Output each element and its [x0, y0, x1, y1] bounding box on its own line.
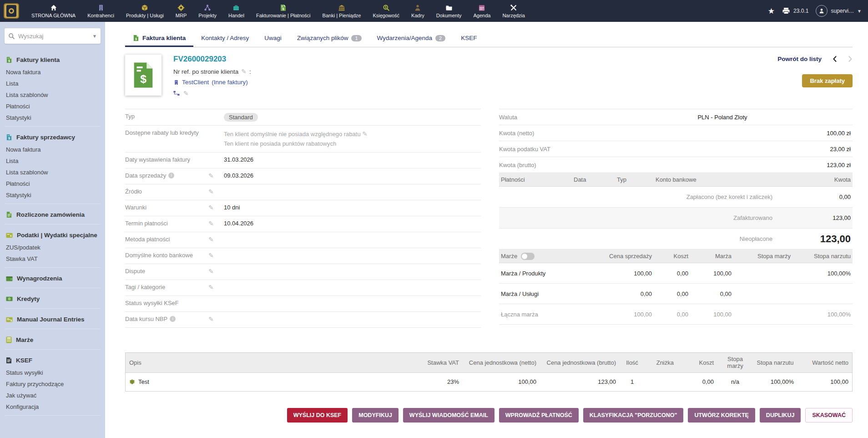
edit-pencil-icon[interactable] [208, 220, 214, 227]
sidebar-section-title[interactable]: $ Podatki | Wydatki specjalne [0, 229, 105, 242]
enter-payment-button[interactable]: WPROWADŹ PŁATNOŚĆ [499, 408, 579, 423]
project-link-icon[interactable] [173, 91, 180, 96]
previous-record-icon[interactable] [833, 56, 837, 62]
sidebar-item-status-wysylki[interactable]: Status wysyłki [0, 367, 105, 378]
nav-item-agenda[interactable]: Agenda [467, 0, 496, 22]
tools-icon [510, 4, 517, 11]
invoice-thumbnail[interactable]: $ [125, 55, 161, 96]
invoice-fields: Typ Standard Dostępne rabaty lub kredyty… [125, 109, 481, 328]
bookmark-star-icon[interactable]: ★ [768, 6, 775, 16]
edit-pencil-icon[interactable] [208, 316, 214, 323]
colon: : [249, 68, 251, 75]
sidebar: ▼ $ Faktury klienta Nowa faktura Lista L… [0, 22, 105, 438]
nav-item-handel[interactable]: Handel [222, 0, 250, 22]
nav-item-projekty[interactable]: Projekty [192, 0, 222, 22]
sidebar-item-jak-uzywac[interactable]: Jak używać [0, 390, 105, 401]
svg-text:$: $ [283, 7, 284, 11]
sidebar-item-platnosci[interactable]: Płatności [0, 101, 105, 112]
duplicate-button[interactable]: DUPLIKUJ [760, 408, 801, 423]
divider [5, 329, 101, 329]
sidebar-item-statystyki[interactable]: Statystyki [0, 189, 105, 201]
sidebar-item-statystyki[interactable]: Statystyki [0, 112, 105, 123]
nav-item-banki[interactable]: Banki | Pieniądze [317, 0, 367, 22]
margins-toggle[interactable] [521, 253, 535, 260]
nav-item-kadry[interactable]: Kadry [405, 0, 430, 22]
sidebar-search[interactable]: ▼ [5, 28, 101, 44]
sidebar-item-faktury-przychodzace[interactable]: Faktury przychodzące [0, 378, 105, 390]
edit-pencil-icon[interactable] [183, 90, 189, 97]
sidebar-section-title[interactable]: $ Faktury sprzedawcy [0, 131, 105, 144]
print-icon[interactable] [782, 7, 790, 15]
modify-button[interactable]: MODYFIKUJ [352, 408, 399, 423]
nav-label: Kadry [411, 13, 424, 18]
sidebar-section-title[interactable]: Rozliczone zamówienia [0, 209, 105, 221]
tab-uwagi[interactable]: Uwagi [257, 30, 289, 47]
divider [5, 204, 101, 204]
send-to-ksef-button[interactable]: WYŚLIJ DO KSEF [287, 408, 348, 423]
sidebar-section-title[interactable]: 0 Kredyty [0, 293, 105, 306]
edit-pencil-icon[interactable] [208, 252, 214, 259]
edit-pencil-icon[interactable] [208, 268, 214, 275]
sidebar-section-title[interactable]: $ Manual Journal Entries [0, 313, 105, 326]
delete-button[interactable]: SKASOWAĆ [805, 408, 853, 423]
nav-item-dokumenty[interactable]: Dokumenty [430, 0, 468, 22]
nav-item-produkty-uslugi[interactable]: Produkty | Usługi [120, 0, 170, 22]
nav-item-mrp[interactable]: MRP [170, 0, 192, 22]
sidebar-item-platnosci[interactable]: Płatności [0, 178, 105, 189]
sidebar-section-faktury-sprzedawcy: $ Faktury sprzedawcy Nowa faktura Lista … [0, 128, 105, 206]
tab-kontakty-adresy[interactable]: Kontakty / Adresy [193, 30, 257, 47]
field-row-typ: Typ Standard [125, 109, 481, 126]
app-logo[interactable] [4, 3, 19, 19]
edit-pencil-icon[interactable] [208, 204, 214, 211]
nav-item-strona-glowna[interactable]: STRONA GŁÓWNA [25, 0, 81, 22]
sidebar-section-title[interactable]: Marże [0, 334, 105, 346]
tab-ksef[interactable]: KSEF [453, 30, 484, 47]
order-list-icon [6, 211, 12, 218]
edit-pencil-icon[interactable] [208, 236, 214, 243]
sidebar-item-konfiguracja[interactable]: Konfiguracja [0, 401, 105, 413]
nav-label: STRONA GŁÓWNA [31, 13, 76, 18]
nav-item-narzedzia[interactable]: Narzędzia [496, 0, 531, 22]
divider [5, 308, 101, 309]
search-input[interactable] [18, 33, 92, 40]
user-menu[interactable]: supervi… ▼ [816, 5, 862, 17]
edit-pencil-icon[interactable] [362, 131, 368, 138]
sidebar-item-zus-podatek[interactable]: ZUS/podatek [0, 242, 105, 253]
lines-table-header: Opis Stawka VAT Cena jednostkowa (netto)… [126, 353, 852, 373]
field-row-termin-platnosci: Termin płatności 10.04.2026 [125, 216, 481, 232]
client-link[interactable]: TestClient [182, 79, 209, 86]
sidebar-item-lista[interactable]: Lista [0, 155, 105, 167]
sidebar-item-lista[interactable]: Lista [0, 78, 105, 89]
sidebar-section-title[interactable]: Wynagrodzenia [0, 272, 105, 285]
sidebar-item-stawka-vat[interactable]: Stawka VAT [0, 253, 105, 265]
project-icon [204, 4, 211, 11]
back-to-list-link[interactable]: Powrót do listy [777, 56, 822, 62]
nav-item-ksiegowosc[interactable]: $ Księgowość [367, 0, 405, 22]
nav-item-kontrahenci[interactable]: Kontrahenci [81, 0, 120, 22]
nav-item-fakturowanie[interactable]: $ Fakturowanie | Płatności [250, 0, 317, 22]
line-row[interactable]: Test 23% 100,00 123,00 1 0,00 n/a 100,00… [126, 373, 852, 391]
edit-pencil-icon[interactable] [208, 172, 214, 179]
tab-faktura-klienta[interactable]: $ Faktura klienta [125, 30, 193, 47]
tab-wydarzenia-agenda[interactable]: Wydarzenia/Agenda 2 [369, 30, 454, 47]
field-row-domyslne-konto: Domyślne konto bankowe [125, 248, 481, 264]
next-record-icon[interactable] [848, 56, 853, 62]
classify-abandoned-button[interactable]: KLASYFIKACJA "PORZUCONO" [583, 408, 684, 423]
sidebar-item-lista-szablonow[interactable]: Lista szablonów [0, 89, 105, 101]
sidebar-item-lista-szablonow[interactable]: Lista szablonów [0, 167, 105, 178]
client-other-invoices-link[interactable]: (Inne faktury) [212, 79, 248, 86]
edit-pencil-icon[interactable] [241, 68, 247, 75]
tab-zwiazanych-plikow[interactable]: Związanych plików 1 [289, 30, 369, 47]
search-dropdown-caret-icon[interactable]: ▼ [92, 34, 97, 39]
create-credit-note-button[interactable]: UTWÓRZ KOREKTĘ [688, 408, 755, 423]
divider [5, 288, 101, 288]
sidebar-item-nowa-faktura[interactable]: Nowa faktura [0, 66, 105, 78]
sidebar-section-title[interactable]: KSEF [0, 354, 105, 367]
edit-pencil-icon[interactable] [208, 188, 214, 195]
sidebar-item-nowa-faktura[interactable]: Nowa faktura [0, 144, 105, 155]
edit-pencil-icon[interactable] [208, 284, 214, 291]
send-email-button[interactable]: WYŚLIJ WIADOMOŚĆ EMAIL [403, 408, 495, 423]
sidebar-section-title[interactable]: $ Faktury klienta [0, 54, 105, 66]
payments-row-zafakturowano: Zafakturowano 123,00 [499, 208, 853, 229]
field-row-warunki: Warunki 10 dni [125, 200, 481, 216]
